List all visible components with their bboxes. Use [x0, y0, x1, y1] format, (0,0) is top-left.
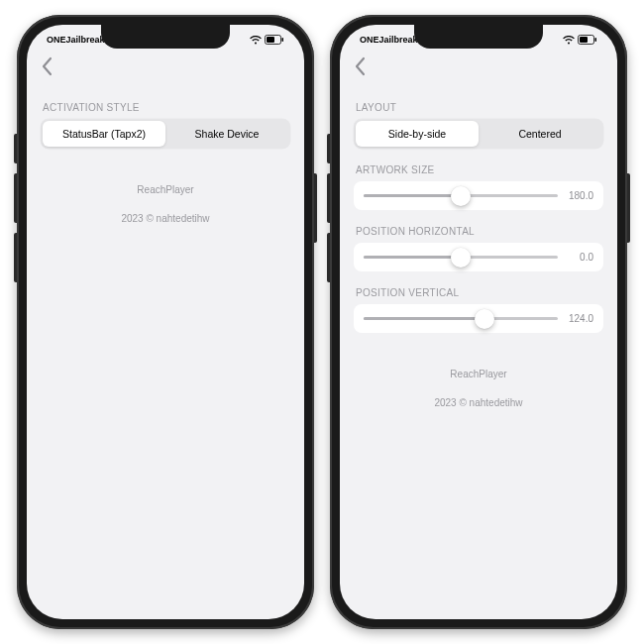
svg-rect-1 [267, 37, 274, 43]
slider-track[interactable] [364, 317, 558, 320]
nav-bar [340, 51, 617, 86]
slider-position-vertical[interactable]: 124.0 [354, 304, 603, 333]
footer: ReachPlayer 2023 © nahtedetihw [354, 369, 603, 408]
notch [101, 25, 230, 49]
segmented-layout[interactable]: Side-by-side Centered [354, 119, 603, 149]
phone-mockup-right: ONEJailbreak LAYOUT Side-by-side Centere… [330, 15, 627, 629]
footer-app-name: ReachPlayer [41, 184, 290, 195]
section-label-artwork-size: ARTWORK SIZE [356, 164, 601, 175]
slider-value-artwork: 180.0 [564, 190, 593, 201]
section-label-position-vertical: POSITION VERTICAL [356, 287, 601, 298]
slider-thumb[interactable] [451, 186, 471, 206]
svg-rect-4 [580, 37, 588, 43]
slider-thumb[interactable] [475, 309, 494, 329]
section-label-layout: LAYOUT [356, 102, 601, 113]
footer-copyright: 2023 © nahtedetihw [354, 397, 603, 408]
nav-bar [27, 51, 304, 86]
slider-track[interactable] [364, 194, 558, 197]
slider-artwork-size[interactable]: 180.0 [354, 181, 603, 210]
slider-value-pos-v: 124.0 [564, 313, 593, 324]
svg-rect-2 [282, 38, 284, 42]
notch [414, 25, 543, 49]
segment-statusbar-tap[interactable]: StatusBar (Tapx2) [43, 121, 165, 147]
footer-app-name: ReachPlayer [354, 369, 603, 379]
section-label-position-horizontal: POSITION HORIZONTAL [356, 226, 601, 237]
carrier-text: ONEJailbreak [47, 35, 105, 45]
svg-rect-5 [595, 38, 597, 42]
slider-thumb[interactable] [451, 248, 471, 268]
battery-icon [578, 35, 597, 45]
screen-right: ONEJailbreak LAYOUT Side-by-side Centere… [340, 25, 617, 619]
carrier-text: ONEJailbreak [360, 35, 418, 45]
battery-icon [265, 35, 284, 45]
slider-position-horizontal[interactable]: 0.0 [354, 243, 603, 271]
footer: ReachPlayer 2023 © nahtedetihw [41, 184, 290, 224]
segmented-activation[interactable]: StatusBar (Tapx2) Shake Device [41, 119, 290, 149]
segment-side-by-side[interactable]: Side-by-side [356, 121, 479, 147]
slider-track[interactable] [364, 256, 558, 259]
phone-mockup-left: ONEJailbreak ACTIVATION STYLE StatusBar … [17, 15, 314, 629]
back-button[interactable] [354, 56, 366, 76]
screen-left: ONEJailbreak ACTIVATION STYLE StatusBar … [27, 25, 304, 619]
slider-value-pos-h: 0.0 [564, 252, 593, 263]
section-label-activation: ACTIVATION STYLE [43, 102, 288, 113]
segment-centered[interactable]: Centered [479, 121, 601, 147]
back-button[interactable] [41, 56, 53, 76]
segment-shake-device[interactable]: Shake Device [165, 121, 288, 147]
wifi-icon [563, 36, 575, 45]
wifi-icon [250, 36, 262, 45]
footer-copyright: 2023 © nahtedetihw [41, 213, 290, 224]
